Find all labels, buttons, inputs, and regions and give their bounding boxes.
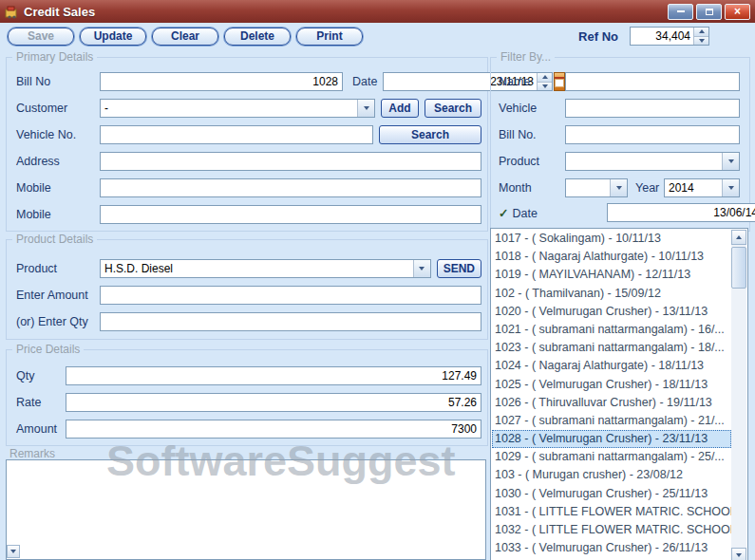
update-button[interactable]: Update bbox=[80, 28, 146, 46]
filter-vehicle-input[interactable] bbox=[565, 99, 740, 118]
enter-amount-row: Enter Amount bbox=[16, 286, 481, 305]
scroll-up-button[interactable] bbox=[731, 230, 746, 245]
list-item[interactable]: 103 - ( Murugan crusher) - 23/08/12 bbox=[492, 466, 731, 484]
save-button[interactable]: Save bbox=[8, 28, 74, 46]
filter-product-row: Product bbox=[499, 152, 740, 171]
list-item[interactable]: 1020 - ( Velmurugan Crusher) - 13/11/13 bbox=[492, 303, 731, 321]
bill-no-label: Bill No bbox=[16, 75, 100, 88]
list-item[interactable]: 102 - ( Thamilvanan) - 15/09/12 bbox=[492, 285, 731, 303]
mobile1-input[interactable] bbox=[100, 178, 481, 197]
delete-button[interactable]: Delete bbox=[224, 28, 291, 46]
ref-no-spinner bbox=[693, 28, 708, 45]
customer-add-button[interactable]: Add bbox=[381, 99, 419, 118]
maximize-button[interactable] bbox=[696, 4, 722, 20]
list-item-selected[interactable]: 1028 - ( Velmurugan Crusher) - 23/11/13 bbox=[492, 430, 731, 448]
mobile2-label: Mobile bbox=[16, 208, 100, 221]
filter-month-combo[interactable] bbox=[565, 178, 628, 197]
product-value: H.S.D. Diesel bbox=[101, 260, 413, 277]
list-item[interactable]: 1023 - ( subramani nattarmangalam) - 18/… bbox=[492, 339, 731, 357]
chevron-down-icon[interactable] bbox=[722, 153, 739, 170]
ref-no-group: Ref No bbox=[578, 27, 709, 46]
scroll-down-button[interactable] bbox=[731, 548, 746, 560]
window-controls: × bbox=[668, 4, 750, 20]
mobile1-row: Mobile bbox=[16, 178, 481, 197]
vehicle-no-row: Vehicle No. Search bbox=[16, 125, 481, 144]
list-item[interactable]: 1024 - ( Nagaraj Alathurgate) - 18/11/13 bbox=[492, 357, 731, 375]
list-item[interactable]: 1017 - ( Sokalingam) - 10/11/13 bbox=[492, 230, 731, 248]
qty-row: Qty bbox=[16, 366, 481, 385]
customer-label: Customer bbox=[16, 102, 100, 115]
qty-input[interactable] bbox=[66, 366, 481, 385]
enter-qty-input[interactable] bbox=[100, 312, 481, 331]
app-icon bbox=[5, 5, 19, 19]
chevron-down-icon[interactable] bbox=[357, 100, 374, 117]
spinner-down-icon[interactable] bbox=[694, 36, 708, 46]
filter-product-combo[interactable] bbox=[565, 152, 740, 171]
filter-date-label: Date bbox=[512, 207, 537, 220]
list-item[interactable]: 1019 - ( MAYILVAHANAM) - 12/11/13 bbox=[492, 266, 731, 284]
enter-amount-label: Enter Amount bbox=[16, 289, 100, 302]
list-item[interactable]: 1032 - ( LITTLE FLOWER MATRIC. SCHOOL... bbox=[492, 521, 731, 539]
rate-input[interactable] bbox=[66, 393, 481, 412]
list-item[interactable]: 1033 - ( Velmurugan Crusher) - 26/11/13 bbox=[492, 539, 731, 557]
filter-date-wrap bbox=[607, 203, 755, 222]
filter-name-input[interactable] bbox=[565, 72, 740, 91]
maximize-icon bbox=[706, 9, 713, 15]
amount-row: Amount bbox=[16, 420, 481, 439]
check-icon[interactable]: ✓ bbox=[499, 207, 508, 220]
mobile1-label: Mobile bbox=[16, 181, 100, 195]
customer-row: Customer - Add Search bbox=[16, 99, 481, 118]
enter-qty-row: (or) Enter Qty bbox=[16, 312, 481, 331]
filter-vehicle-row: Vehicle bbox=[499, 99, 740, 118]
list-item[interactable]: 1031 - ( LITTLE FLOWER MATRIC. SCHOOL... bbox=[492, 503, 731, 521]
address-row: Address bbox=[16, 152, 481, 171]
chevron-down-icon[interactable] bbox=[413, 260, 430, 277]
spinner-up-icon[interactable] bbox=[694, 28, 708, 36]
filter-year-combo[interactable]: 2014 bbox=[664, 178, 740, 197]
filter-date-field bbox=[607, 203, 755, 222]
primary-details-group: Primary Details Bill No Date Customer - bbox=[6, 57, 488, 232]
filter-bill-no-input[interactable] bbox=[565, 125, 740, 144]
filter-date-input[interactable] bbox=[608, 204, 755, 221]
remarks-textarea[interactable] bbox=[6, 459, 486, 560]
customer-search-button[interactable]: Search bbox=[425, 99, 481, 118]
vehicle-search-button[interactable]: Search bbox=[379, 125, 481, 144]
up-arrow-icon bbox=[736, 235, 742, 239]
chevron-down-icon[interactable] bbox=[610, 179, 627, 196]
minimize-icon bbox=[677, 10, 685, 12]
amount-input[interactable] bbox=[66, 420, 481, 439]
list-item[interactable]: 1026 - ( Thiruvalluvar Crusher) - 19/11/… bbox=[492, 394, 731, 412]
list-item[interactable]: 1029 - ( subramani nattarmangalam) - 25/… bbox=[492, 448, 731, 466]
list-item[interactable]: 1027 - ( subramani nattarmangalam) - 21/… bbox=[492, 412, 731, 430]
filter-vehicle-label: Vehicle bbox=[499, 102, 565, 115]
address-input[interactable] bbox=[100, 152, 481, 171]
down-arrow-icon bbox=[736, 553, 742, 557]
qty-label: Qty bbox=[16, 369, 66, 383]
product-combo[interactable]: H.S.D. Diesel bbox=[100, 259, 431, 278]
list-item[interactable]: 1025 - ( Velmurugan Crusher) - 18/11/13 bbox=[492, 376, 731, 394]
filter-product-value bbox=[566, 153, 722, 170]
minimize-button[interactable] bbox=[668, 4, 693, 20]
customer-combo[interactable]: - bbox=[100, 99, 375, 118]
filter-year-label: Year bbox=[635, 181, 664, 195]
list-item[interactable]: 1030 - ( Velmurugan Crusher) - 25/11/13 bbox=[492, 485, 731, 503]
vehicle-no-input[interactable] bbox=[100, 125, 373, 144]
enter-amount-input[interactable] bbox=[100, 286, 481, 305]
clear-button[interactable]: Clear bbox=[152, 28, 218, 46]
list-item[interactable]: 1021 - ( subramani nattarmangalam) - 16/… bbox=[492, 321, 731, 339]
print-button[interactable]: Print bbox=[296, 28, 363, 46]
list-item[interactable]: 1018 - ( Nagaraj Alathurgate) - 10/11/13 bbox=[492, 248, 731, 266]
remarks-scroll-down-button[interactable] bbox=[7, 545, 20, 558]
chevron-down-icon[interactable] bbox=[722, 179, 739, 196]
ref-no-field bbox=[630, 27, 709, 46]
send-button[interactable]: SEND bbox=[437, 259, 481, 278]
ref-no-input[interactable] bbox=[631, 28, 693, 45]
close-button[interactable]: × bbox=[725, 4, 750, 20]
list-scrollbar[interactable] bbox=[731, 230, 746, 560]
enter-qty-label: (or) Enter Qty bbox=[16, 315, 100, 328]
bill-no-input[interactable] bbox=[100, 72, 343, 91]
filter-by-group: Filter By... Name Vehicle Bill No. Produ… bbox=[490, 57, 750, 232]
remarks-title: Remarks bbox=[9, 447, 55, 460]
scrollbar-thumb[interactable] bbox=[731, 247, 746, 289]
mobile2-input[interactable] bbox=[100, 205, 481, 224]
